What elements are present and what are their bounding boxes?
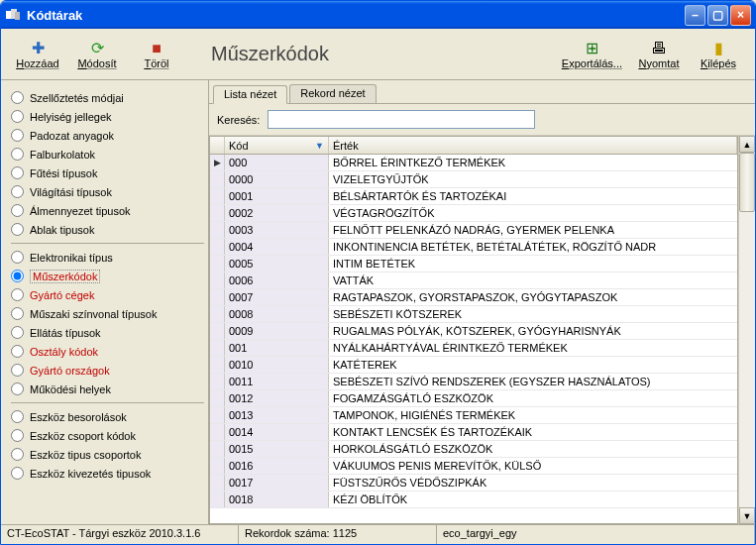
radio-input[interactable] [11,364,24,377]
table-row[interactable]: 0004INKONTINENCIA BETÉTEK, BETÉTALÁTÉTEK… [210,239,737,256]
table-row[interactable]: 0002VÉGTAGRÖGZÍTŐK [210,205,737,222]
sidebar-item-label: Helyiség jellegek [30,111,112,123]
radio-input[interactable] [11,91,24,104]
table-row[interactable]: 0017FÜSTSZŰRŐS VÉDŐSZIPKÁK [210,475,737,491]
radio-input[interactable] [11,166,24,179]
radio-input[interactable] [11,410,24,423]
radio-input[interactable] [11,148,24,161]
table-row[interactable]: 0008SEBÉSZETI KÖTSZEREK [210,306,737,323]
cell-ertek: INKONTINENCIA BETÉTEK, BETÉTALÁTÉTEK, RÖ… [329,239,737,255]
sidebar-item[interactable]: Eszköz csoport kódok [11,426,204,445]
sidebar-item[interactable]: Álmennyezet tipusok [11,201,204,220]
table-row[interactable]: 0001BÉLSÁRTARTÓK ÉS TARTOZÉKAI [210,188,737,205]
row-indicator [210,458,225,474]
table-row[interactable]: 0005INTIM BETÉTEK [210,256,737,272]
table-row[interactable]: 0015HORKOLÁSGÁTLÓ ESZKÖZÖK [210,441,737,458]
sidebar-item[interactable]: Eszköz besorolások [11,407,204,426]
radio-input[interactable] [11,110,24,123]
table-row[interactable]: 0000VIZELETGYŰJTŐK [210,171,737,188]
minimize-button[interactable]: – [685,5,705,26]
cell-ertek: KATÉTEREK [329,357,737,373]
table-row[interactable]: 0016VÁKUUMOS PENIS MEREVÍTŐK, KÜLSŐ [210,458,737,475]
export-button[interactable]: ⊞ Exportálás... [562,40,622,69]
sidebar-item[interactable]: Ablak tipusok [11,220,204,239]
table-row[interactable]: 0012FOGAMZÁSGÁTLÓ ESZKÖZÖK [210,390,737,407]
close-button[interactable]: × [730,5,751,26]
table-row[interactable]: 001NYÁLKAHÁRTYÁVAL ÉRINTKEZŐ TERMÉKEK [210,340,737,357]
table-row[interactable]: 0010KATÉTEREK [210,357,737,374]
exit-button[interactable]: ▮ Kilépés [696,40,741,69]
maximize-button[interactable]: ▢ [707,5,728,26]
sidebar-item[interactable]: Gyártó országok [11,361,204,380]
table-row[interactable]: 0011SEBÉSZETI SZÍVÓ RENDSZEREK (EGYSZER … [210,374,737,390]
cell-kod: 0003 [225,222,329,238]
sidebar-item[interactable]: Működési helyek [11,380,204,398]
row-indicator [210,323,225,339]
sidebar-item[interactable]: Gyártó cégek [11,285,204,304]
table-row[interactable]: 0003FELNŐTT PELENKÁZÓ NADRÁG, GYERMEK PE… [210,222,737,239]
radio-input[interactable] [11,288,24,301]
table-row[interactable]: ▶000BŐRREL ÉRINTKEZŐ TERMÉKEK [210,155,737,171]
tab-record-view[interactable]: Rekord nézet [289,84,376,103]
radio-input[interactable] [11,429,24,442]
sidebar-item[interactable]: Ellátás típusok [11,323,204,342]
sidebar-item[interactable]: Műszaki színvonal típusok [11,304,204,323]
sidebar-item[interactable]: Falburkolatok [11,145,204,164]
sidebar-item[interactable]: Műszerkódok [11,267,204,285]
refresh-icon: ⟳ [88,40,106,57]
radio-input[interactable] [11,129,24,142]
scroll-track[interactable] [739,153,755,507]
column-header-ertek[interactable]: Érték [329,137,737,154]
scroll-up-button[interactable]: ▲ [739,136,755,153]
table-row[interactable]: 0006VATTÁK [210,272,737,289]
table-row[interactable]: 0009RUGALMAS PÓLYÁK, KÖTSZEREK, GYÓGYHAR… [210,323,737,340]
sidebar-item[interactable]: Eszköz tipus csoportok [11,445,204,464]
sidebar-item[interactable]: Elektronikai típus [11,248,204,267]
table-row[interactable]: 0013TAMPONOK, HIGIÉNÉS TERMÉKEK [210,407,737,424]
radio-input[interactable] [11,467,24,480]
sidebar-item[interactable]: Szellőztetés módjai [11,88,204,107]
add-button[interactable]: ✚ Hozzáad [15,40,60,69]
cell-kod: 0000 [225,171,329,187]
sidebar-item[interactable]: Világítási típusok [11,182,204,201]
sidebar-item[interactable]: Padozat anyagok [11,126,204,145]
vertical-scrollbar[interactable]: ▲ ▼ [738,136,755,524]
cell-kod: 0013 [225,407,329,423]
sidebar-item[interactable]: Eszköz kivezetés tipusok [11,464,204,483]
radio-input[interactable] [11,326,24,339]
sidebar-item[interactable]: Osztály kódok [11,342,204,361]
sidebar-item-label: Fűtési típusok [30,167,97,179]
radio-input[interactable] [11,382,24,395]
sidebar-item[interactable]: Fűtési típusok [11,164,204,182]
cell-kod: 0004 [225,239,329,255]
cell-ertek: BŐRREL ÉRINTKEZŐ TERMÉKEK [329,155,737,170]
radio-input[interactable] [11,448,24,461]
delete-button[interactable]: ■ Töröl [134,40,179,69]
scroll-down-button[interactable]: ▼ [739,507,755,524]
scroll-thumb[interactable] [739,153,755,212]
divider [11,402,204,403]
radio-input[interactable] [11,223,24,236]
radio-input[interactable] [11,270,24,282]
cell-ertek: RUGALMAS PÓLYÁK, KÖTSZEREK, GYÓGYHARISNY… [329,323,737,339]
excel-icon: ⊞ [583,40,600,57]
print-button[interactable]: 🖶 Nyomtat [636,40,682,69]
sidebar-item-label: Eszköz besorolások [30,411,127,423]
divider [11,243,204,244]
cell-ertek: VIZELETGYŰJTŐK [329,171,737,187]
column-header-kod[interactable]: Kód ▼ [225,137,329,154]
table-row[interactable]: 0007RAGTAPASZOK, GYORSTAPASZOK, GYÓGYTAP… [210,289,737,306]
radio-input[interactable] [11,307,24,320]
radio-input[interactable] [11,345,24,358]
table-row[interactable]: 0014KONTAKT LENCSÉK ÉS TARTOZÉKAIK [210,424,737,441]
cell-ertek: SEBÉSZETI SZÍVÓ RENDSZEREK (EGYSZER HASZ… [329,374,737,389]
sidebar-item[interactable]: Helyiség jellegek [11,107,204,126]
radio-input[interactable] [11,251,24,264]
modify-button[interactable]: ⟳ Módosít [74,40,120,69]
radio-input[interactable] [11,204,24,217]
tab-list-view[interactable]: Lista nézet [213,85,287,104]
row-indicator [210,441,225,457]
search-input[interactable] [268,110,535,129]
table-row[interactable]: 0018KÉZI ÖBLÍTŐK [210,491,737,508]
radio-input[interactable] [11,185,24,198]
